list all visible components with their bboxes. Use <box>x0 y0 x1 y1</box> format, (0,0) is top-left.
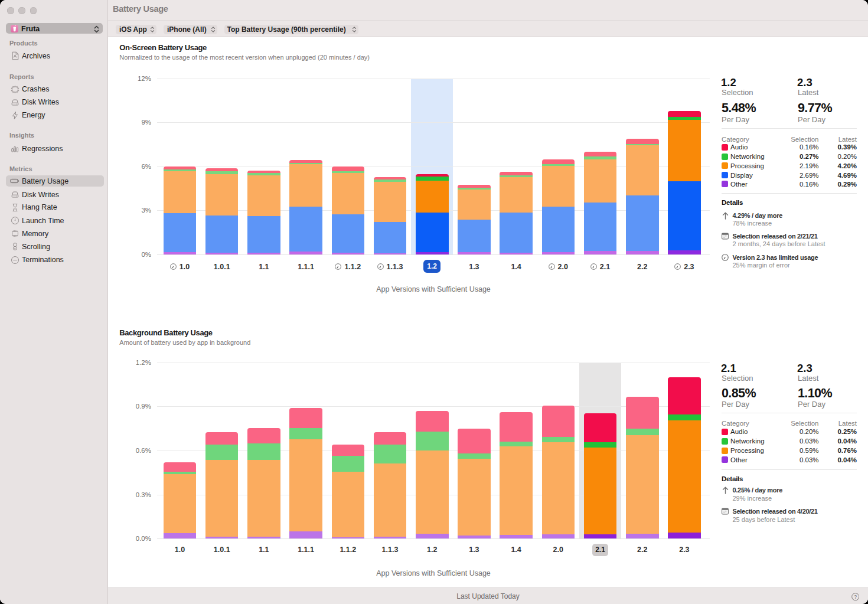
svg-text:?: ? <box>854 595 857 600</box>
